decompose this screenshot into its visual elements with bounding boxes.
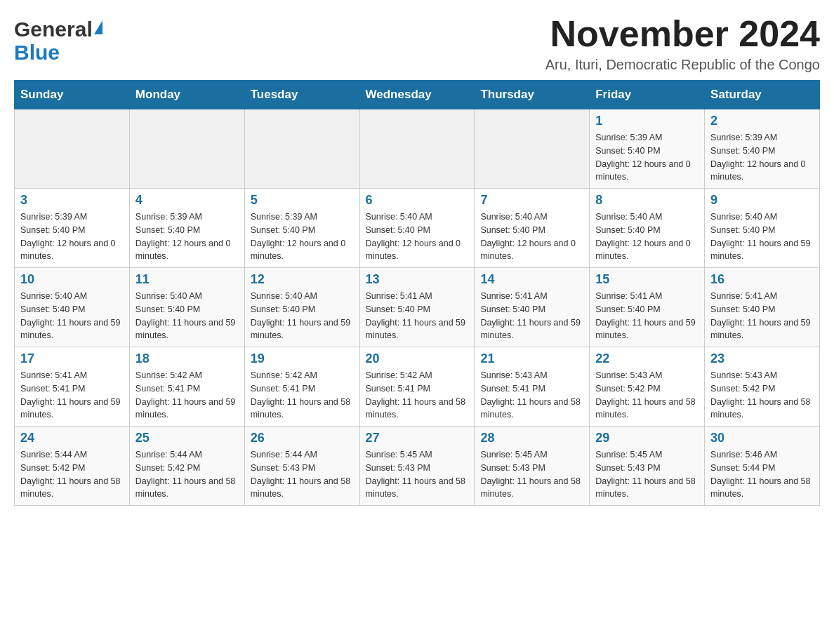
day-info: Sunrise: 5:40 AMSunset: 5:40 PMDaylight:…: [20, 290, 124, 342]
day-number: 8: [595, 193, 699, 208]
day-info: Sunrise: 5:43 AMSunset: 5:42 PMDaylight:…: [595, 369, 699, 422]
day-info: Sunrise: 5:43 AMSunset: 5:42 PMDaylight:…: [710, 369, 814, 422]
calendar-cell: 2Sunrise: 5:39 AMSunset: 5:40 PMDaylight…: [705, 109, 820, 189]
day-info: Sunrise: 5:44 AMSunset: 5:42 PMDaylight:…: [20, 448, 124, 501]
calendar-cell: 25Sunrise: 5:44 AMSunset: 5:42 PMDayligh…: [129, 427, 244, 506]
calendar-cell: 17Sunrise: 5:41 AMSunset: 5:41 PMDayligh…: [15, 347, 130, 427]
day-info: Sunrise: 5:42 AMSunset: 5:41 PMDaylight:…: [135, 369, 239, 422]
week-row-1: 1Sunrise: 5:39 AMSunset: 5:40 PMDaylight…: [15, 109, 820, 189]
calendar-table: SundayMondayTuesdayWednesdayThursdayFrid…: [14, 80, 820, 506]
day-number: 29: [595, 431, 699, 445]
day-info: Sunrise: 5:39 AMSunset: 5:40 PMDaylight:…: [710, 131, 814, 184]
calendar-cell: [359, 109, 475, 189]
day-number: 16: [710, 272, 814, 287]
calendar-cell: 23Sunrise: 5:43 AMSunset: 5:42 PMDayligh…: [705, 347, 820, 427]
calendar-cell: 20Sunrise: 5:42 AMSunset: 5:41 PMDayligh…: [359, 347, 475, 427]
day-info: Sunrise: 5:43 AMSunset: 5:41 PMDaylight:…: [480, 369, 583, 422]
day-number: 6: [366, 193, 469, 208]
day-info: Sunrise: 5:44 AMSunset: 5:42 PMDaylight:…: [135, 448, 239, 501]
day-info: Sunrise: 5:40 AMSunset: 5:40 PMDaylight:…: [595, 210, 699, 263]
day-info: Sunrise: 5:40 AMSunset: 5:40 PMDaylight:…: [251, 290, 354, 342]
day-number: 4: [135, 193, 239, 208]
title-area: November 2024 Aru, Ituri, Democratic Rep…: [545, 14, 820, 73]
calendar-cell: 11Sunrise: 5:40 AMSunset: 5:40 PMDayligh…: [129, 268, 244, 347]
day-number: 7: [480, 193, 583, 208]
calendar-cell: 19Sunrise: 5:42 AMSunset: 5:41 PMDayligh…: [244, 347, 359, 427]
day-number: 23: [710, 351, 814, 366]
header: General Blue November 2024 Aru, Ituri, D…: [14, 14, 820, 73]
calendar-cell: 28Sunrise: 5:45 AMSunset: 5:43 PMDayligh…: [475, 427, 590, 506]
calendar-cell: 22Sunrise: 5:43 AMSunset: 5:42 PMDayligh…: [590, 347, 705, 427]
calendar-cell: 7Sunrise: 5:40 AMSunset: 5:40 PMDaylight…: [475, 189, 590, 268]
day-number: 22: [595, 351, 699, 366]
day-info: Sunrise: 5:41 AMSunset: 5:40 PMDaylight:…: [480, 290, 583, 342]
day-number: 13: [366, 272, 469, 287]
calendar-cell: 27Sunrise: 5:45 AMSunset: 5:43 PMDayligh…: [359, 427, 475, 506]
week-row-5: 24Sunrise: 5:44 AMSunset: 5:42 PMDayligh…: [15, 427, 820, 506]
calendar-cell: 13Sunrise: 5:41 AMSunset: 5:40 PMDayligh…: [359, 268, 475, 347]
header-thursday: Thursday: [475, 81, 590, 109]
week-row-4: 17Sunrise: 5:41 AMSunset: 5:41 PMDayligh…: [15, 347, 820, 427]
day-number: 28: [480, 431, 583, 445]
logo-general: General: [14, 18, 102, 41]
calendar-cell: 24Sunrise: 5:44 AMSunset: 5:42 PMDayligh…: [15, 427, 130, 506]
calendar-cell: 3Sunrise: 5:39 AMSunset: 5:40 PMDaylight…: [15, 189, 130, 268]
day-info: Sunrise: 5:45 AMSunset: 5:43 PMDaylight:…: [480, 448, 583, 501]
calendar-cell: 16Sunrise: 5:41 AMSunset: 5:40 PMDayligh…: [705, 268, 820, 347]
day-info: Sunrise: 5:42 AMSunset: 5:41 PMDaylight:…: [251, 369, 354, 422]
day-info: Sunrise: 5:41 AMSunset: 5:40 PMDaylight:…: [710, 290, 814, 342]
header-sunday: Sunday: [15, 81, 130, 109]
day-number: 5: [251, 193, 354, 208]
month-year-title: November 2024: [545, 14, 820, 54]
day-number: 11: [135, 272, 239, 287]
day-info: Sunrise: 5:40 AMSunset: 5:40 PMDaylight:…: [366, 210, 469, 263]
calendar-cell: 15Sunrise: 5:41 AMSunset: 5:40 PMDayligh…: [590, 268, 705, 347]
day-info: Sunrise: 5:45 AMSunset: 5:43 PMDaylight:…: [366, 448, 469, 501]
days-of-week-row: SundayMondayTuesdayWednesdayThursdayFrid…: [15, 81, 820, 109]
day-number: 25: [135, 431, 239, 445]
day-info: Sunrise: 5:40 AMSunset: 5:40 PMDaylight:…: [480, 210, 583, 263]
day-number: 27: [366, 431, 469, 445]
header-saturday: Saturday: [705, 81, 820, 109]
calendar-cell: 6Sunrise: 5:40 AMSunset: 5:40 PMDaylight…: [359, 189, 475, 268]
header-monday: Monday: [129, 81, 244, 109]
week-row-3: 10Sunrise: 5:40 AMSunset: 5:40 PMDayligh…: [15, 268, 820, 347]
calendar-header: SundayMondayTuesdayWednesdayThursdayFrid…: [15, 81, 820, 109]
calendar-cell: 5Sunrise: 5:39 AMSunset: 5:40 PMDaylight…: [244, 189, 359, 268]
day-info: Sunrise: 5:39 AMSunset: 5:40 PMDaylight:…: [20, 210, 124, 263]
week-row-2: 3Sunrise: 5:39 AMSunset: 5:40 PMDaylight…: [15, 189, 820, 268]
day-info: Sunrise: 5:41 AMSunset: 5:41 PMDaylight:…: [20, 369, 124, 422]
calendar-cell: 26Sunrise: 5:44 AMSunset: 5:43 PMDayligh…: [244, 427, 359, 506]
header-tuesday: Tuesday: [244, 81, 359, 109]
day-info: Sunrise: 5:39 AMSunset: 5:40 PMDaylight:…: [135, 210, 239, 263]
day-number: 1: [595, 114, 699, 128]
location-subtitle: Aru, Ituri, Democratic Republic of the C…: [545, 57, 820, 73]
header-wednesday: Wednesday: [359, 81, 475, 109]
day-info: Sunrise: 5:40 AMSunset: 5:40 PMDaylight:…: [710, 210, 814, 263]
day-number: 21: [480, 351, 583, 366]
day-number: 9: [710, 193, 814, 208]
logo: General Blue: [14, 14, 102, 64]
day-info: Sunrise: 5:44 AMSunset: 5:43 PMDaylight:…: [251, 448, 354, 501]
day-info: Sunrise: 5:39 AMSunset: 5:40 PMDaylight:…: [251, 210, 354, 263]
calendar-cell: 14Sunrise: 5:41 AMSunset: 5:40 PMDayligh…: [475, 268, 590, 347]
day-number: 10: [20, 272, 124, 287]
calendar-cell: 1Sunrise: 5:39 AMSunset: 5:40 PMDaylight…: [590, 109, 705, 189]
calendar-cell: 10Sunrise: 5:40 AMSunset: 5:40 PMDayligh…: [15, 268, 130, 347]
day-info: Sunrise: 5:40 AMSunset: 5:40 PMDaylight:…: [135, 290, 239, 342]
day-info: Sunrise: 5:46 AMSunset: 5:44 PMDaylight:…: [710, 448, 814, 501]
day-number: 24: [20, 431, 124, 445]
day-number: 14: [480, 272, 583, 287]
calendar-cell: [15, 109, 130, 189]
calendar-cell: [475, 109, 590, 189]
calendar-cell: 8Sunrise: 5:40 AMSunset: 5:40 PMDaylight…: [590, 189, 705, 268]
calendar-cell: 29Sunrise: 5:45 AMSunset: 5:43 PMDayligh…: [590, 427, 705, 506]
day-number: 19: [251, 351, 354, 366]
calendar-cell: 12Sunrise: 5:40 AMSunset: 5:40 PMDayligh…: [244, 268, 359, 347]
calendar-cell: 9Sunrise: 5:40 AMSunset: 5:40 PMDaylight…: [705, 189, 820, 268]
day-number: 17: [20, 351, 124, 366]
calendar-body: 1Sunrise: 5:39 AMSunset: 5:40 PMDaylight…: [15, 109, 820, 506]
logo-arrow-icon: [94, 20, 102, 34]
day-number: 12: [251, 272, 354, 287]
day-info: Sunrise: 5:41 AMSunset: 5:40 PMDaylight:…: [595, 290, 699, 342]
